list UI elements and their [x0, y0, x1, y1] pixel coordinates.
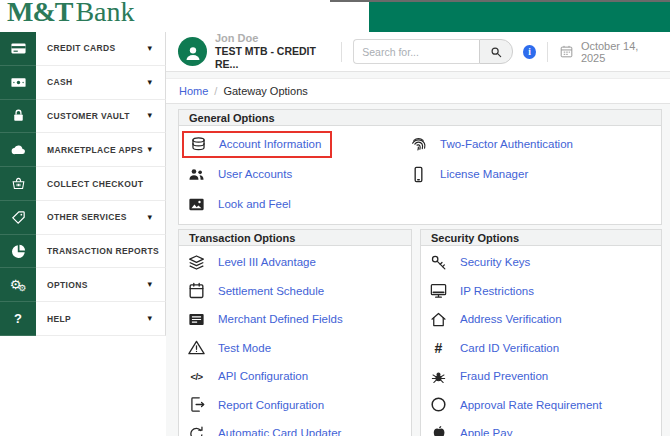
breadcrumb-home-link[interactable]: Home	[179, 85, 208, 97]
option-settlement-schedule[interactable]: Settlement Schedule	[179, 277, 411, 306]
search-group	[353, 39, 513, 64]
code-icon: </>	[187, 371, 206, 382]
sidebar-item-other-services[interactable]: OTHER SERVICES ▾	[0, 201, 166, 235]
option-user-accounts[interactable]: User Accounts	[179, 159, 401, 189]
sidebar-item-options[interactable]: ⚙⚙ OPTIONS ▾	[0, 268, 166, 302]
breadcrumb-separator: /	[214, 85, 217, 97]
refresh-icon	[187, 424, 206, 436]
option-label: API Configuration	[218, 370, 308, 382]
question-mark-icon: ?	[0, 302, 36, 336]
current-date[interactable]: October 14, 2025	[581, 40, 658, 64]
layers-icon	[187, 253, 206, 272]
option-account-information[interactable]: Account Information	[179, 129, 401, 159]
panel-title: General Options	[179, 110, 661, 126]
sidebar-item-label: HELP	[47, 314, 71, 324]
sidebar-item-label: OPTIONS	[47, 280, 88, 290]
sidebar-item-label: CUSTOMER VAULT	[47, 111, 130, 121]
avatar[interactable]	[178, 37, 207, 66]
chevron-down-icon: ▾	[147, 145, 152, 154]
breadcrumb: Home / Gateway Options	[166, 78, 670, 104]
option-label: Automatic Card Updater	[218, 427, 341, 436]
sidebar-item-cash[interactable]: CASH ▾	[0, 66, 166, 100]
option-license-manager[interactable]: License Manager	[401, 159, 661, 189]
account-name: TEST MTB - CREDIT RE...	[215, 45, 330, 71]
breadcrumb-current: Gateway Options	[223, 85, 307, 97]
sidebar-item-credit-cards[interactable]: CREDIT CARDS ▾	[0, 32, 166, 66]
option-look-and-feel[interactable]: Look and Feel	[179, 189, 401, 219]
lock-icon	[0, 100, 36, 134]
list-box-icon	[187, 310, 206, 329]
option-apple-pay[interactable]: Apple Pay	[421, 419, 661, 436]
users-icon	[187, 165, 206, 184]
sidebar-item-collect-checkout[interactable]: COLLECT CHECKOUT	[0, 167, 166, 201]
sidebar-item-label: TRANSACTION REPORTS	[47, 246, 159, 256]
sidebar-item-label: OTHER SERVICES	[47, 212, 127, 222]
option-two-factor-authentication[interactable]: Two-Factor Authentication	[401, 129, 661, 159]
option-label: Fraud Prevention	[460, 370, 548, 382]
main-content: Jon Doe TEST MTB - CREDIT RE... i Octobe…	[166, 32, 670, 436]
tag-icon	[0, 201, 36, 235]
option-level-iii-advantage[interactable]: Level III Advantage	[179, 248, 411, 277]
option-approval-rate-requirement[interactable]: Approval Rate Requirement	[421, 391, 661, 420]
user-info[interactable]: Jon Doe TEST MTB - CREDIT RE...	[215, 32, 330, 72]
option-test-mode[interactable]: Test Mode	[179, 334, 411, 363]
report-arrow-icon	[187, 395, 206, 414]
option-merchant-defined-fields[interactable]: Merchant Defined Fields	[179, 305, 411, 334]
panel-title: Security Options	[421, 230, 661, 246]
option-api-configuration[interactable]: </> API Configuration	[179, 362, 411, 391]
search-button[interactable]	[479, 39, 513, 64]
top-header: Jon Doe TEST MTB - CREDIT RE... i Octobe…	[166, 32, 670, 72]
option-label: Report Configuration	[218, 399, 324, 411]
option-card-id-verification[interactable]: # Card ID Verification	[421, 334, 661, 363]
top-green-bar	[369, 2, 670, 32]
divider	[341, 42, 342, 62]
option-ip-restrictions[interactable]: IP Restrictions	[421, 277, 661, 306]
pie-chart-icon	[0, 235, 36, 269]
transaction-options-panel: Transaction Options Level III Advantage	[178, 229, 412, 436]
option-label: IP Restrictions	[460, 285, 534, 297]
hash-icon: #	[429, 340, 448, 356]
sidebar-item-label: COLLECT CHECKOUT	[47, 179, 143, 189]
option-report-configuration[interactable]: Report Configuration	[179, 391, 411, 420]
sidebar-item-marketplace-apps[interactable]: MARKETPLACE APPS ▾	[0, 133, 166, 167]
option-address-verification[interactable]: Address Verification	[421, 305, 661, 334]
logo-text-rest: Bank	[75, 0, 134, 27]
sidebar-item-label: MARKETPLACE APPS	[47, 145, 143, 155]
sidebar-item-help[interactable]: ? HELP ▾	[0, 302, 166, 336]
cash-icon	[0, 66, 36, 100]
option-security-keys[interactable]: Security Keys	[421, 248, 661, 277]
app-window: M&TBank CREDIT CARDS ▾ CASH ▾	[0, 0, 670, 436]
calendar-icon[interactable]	[559, 44, 574, 59]
info-icon[interactable]: i	[523, 45, 536, 59]
option-label: Two-Factor Authentication	[440, 138, 573, 150]
spider-icon	[429, 367, 448, 386]
option-label: Apple Pay	[460, 427, 512, 436]
monitor-icon	[429, 281, 448, 300]
option-label: Address Verification	[460, 313, 562, 325]
option-automatic-card-updater[interactable]: Automatic Card Updater	[179, 419, 411, 436]
chevron-down-icon: ▾	[147, 280, 152, 289]
option-label: Security Keys	[460, 256, 530, 268]
image-icon	[187, 195, 206, 214]
security-options-panel: Security Options Security Keys	[420, 229, 662, 436]
option-label: Settlement Schedule	[218, 285, 324, 297]
cloud-icon	[0, 133, 36, 167]
warning-triangle-icon	[187, 338, 206, 357]
key-icon	[429, 253, 448, 272]
option-fraud-prevention[interactable]: Fraud Prevention	[421, 362, 661, 391]
search-input[interactable]	[353, 39, 479, 64]
apple-icon	[429, 424, 448, 436]
option-label: Account Information	[219, 138, 321, 150]
option-label: User Accounts	[218, 168, 292, 180]
option-label: Look and Feel	[218, 198, 291, 210]
credit-card-icon	[0, 32, 36, 66]
bank-drum-icon	[189, 135, 208, 154]
search-icon	[489, 45, 503, 59]
sidebar-item-customer-vault[interactable]: CUSTOMER VAULT ▾	[0, 100, 166, 134]
home-icon	[429, 310, 448, 329]
sidebar-item-transaction-reports[interactable]: TRANSACTION REPORTS	[0, 235, 166, 269]
logo-text-bold: M&T	[7, 0, 72, 27]
option-label: Approval Rate Requirement	[460, 399, 602, 411]
highlight-red-box: Account Information	[182, 131, 332, 158]
calendar-icon	[187, 281, 206, 300]
